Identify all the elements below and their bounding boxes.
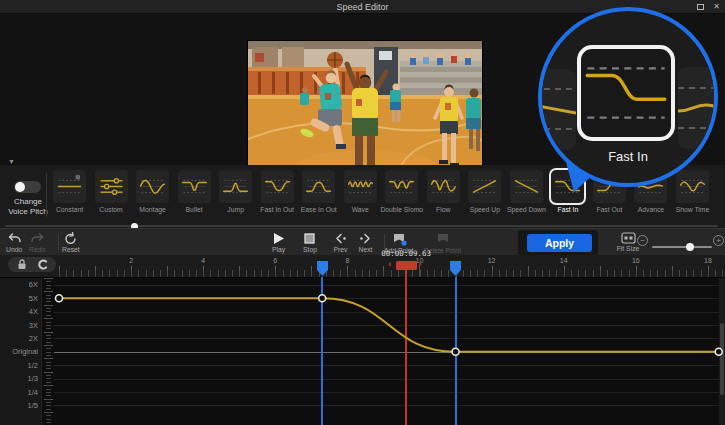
zoom-out-icon[interactable]: −: [637, 235, 648, 246]
preset-fast-in-out[interactable]: Fast In Out: [258, 170, 297, 213]
wave-curve-icon: [344, 170, 377, 203]
preset-label: Jump: [227, 206, 244, 213]
preset-label: Fast Out: [596, 206, 622, 213]
curve-point[interactable]: [56, 295, 63, 302]
presets-scrollbar[interactable]: [5, 225, 718, 227]
speed-label: 1/3: [0, 374, 38, 383]
preset-label: Fast In: [557, 206, 578, 213]
preset-label: Flow: [436, 206, 450, 213]
ruler-number: 14: [556, 257, 572, 264]
speed-label: 1/4: [0, 388, 38, 397]
preset-speed-down[interactable]: Speed Down: [507, 170, 546, 213]
stop-button[interactable]: Stop: [303, 232, 317, 253]
timeline-tools: [8, 257, 56, 272]
undo-icon: [7, 232, 22, 245]
preset-label: Custom: [99, 206, 122, 213]
ruler-number: 16: [628, 257, 644, 264]
collapse-arrow-icon[interactable]: ▼: [8, 158, 15, 165]
apply-button[interactable]: Apply: [527, 234, 592, 252]
preset-jump[interactable]: Jump: [216, 170, 255, 213]
preset-montage[interactable]: Montage: [133, 170, 172, 213]
speed-label: 4X: [0, 307, 38, 316]
speed-label: 6X: [0, 280, 38, 289]
zoom-slider-track[interactable]: [652, 246, 712, 248]
curve-point[interactable]: [715, 348, 722, 355]
ruler-number: 4: [195, 257, 211, 264]
curve-point[interactable]: [319, 295, 326, 302]
lock-icon[interactable]: [16, 259, 28, 270]
preset-bullet[interactable]: Bullet: [175, 170, 214, 213]
voice-pitch-label: Change Voice Pitch: [0, 197, 56, 217]
gridline: [54, 338, 719, 339]
undo-button[interactable]: Undo: [6, 232, 22, 253]
preset-flow[interactable]: Flow: [424, 170, 463, 213]
keyframe-marker[interactable]: [317, 261, 328, 281]
gridline: [54, 379, 719, 380]
preset-show-time[interactable]: Show Time: [673, 170, 712, 213]
close-icon[interactable]: ✕: [713, 3, 720, 11]
ruler-number: 2: [123, 257, 139, 264]
redo-icon: [30, 232, 45, 245]
divider: [46, 173, 47, 217]
play-button[interactable]: Play: [272, 232, 285, 253]
speed-up-curve-icon: [468, 170, 501, 203]
speed-label: 1/2: [0, 361, 38, 370]
preset-label: Speed Down: [507, 206, 546, 213]
speed-down-curve-icon: [510, 170, 543, 203]
window-title: Speed Editor: [336, 2, 388, 12]
keyframe-marker[interactable]: [450, 261, 461, 281]
curve-point[interactable]: [452, 348, 459, 355]
speed-graph[interactable]: 6X5X4X3X2XOriginal1/21/31/41/5: [0, 278, 725, 425]
gridline: [54, 365, 719, 366]
preset-label: Speed Up: [470, 206, 500, 213]
preset-constant[interactable]: Constant: [50, 170, 89, 213]
prev-icon: [333, 232, 348, 245]
ease-in-out-curve-icon: [302, 170, 335, 203]
fit-size-icon: [621, 232, 636, 244]
toggle-knob: [15, 182, 25, 192]
reset-icon: [63, 232, 78, 245]
preset-label: Montage: [139, 206, 165, 213]
fast-in-out-curve-icon: [261, 170, 294, 203]
prev-button[interactable]: Prev: [333, 232, 348, 253]
preset-double-slomo[interactable]: Double Slomo: [382, 170, 421, 213]
preset-label: Constant: [56, 206, 83, 213]
timeline-ruler[interactable]: 24681012141618: [0, 255, 725, 278]
ruler-number: 18: [700, 257, 716, 264]
playhead-left-arrow-icon[interactable]: ‹: [388, 259, 391, 270]
preset-label: Advance: [638, 206, 664, 213]
gridline: [54, 352, 719, 353]
basketball-scene: [248, 41, 482, 172]
stop-icon: [303, 232, 316, 245]
show-time-curve-icon: [676, 170, 709, 203]
constant-curve-icon: [53, 170, 86, 203]
preset-speed-up[interactable]: Speed Up: [465, 170, 504, 213]
graph-scrollbar-thumb[interactable]: [720, 323, 724, 395]
preset-ease-in-out[interactable]: Ease In Out: [299, 170, 338, 213]
preset-label: Wave: [352, 206, 369, 213]
speed-label: 3X: [0, 321, 38, 330]
speed-editor-window: Speed Editor ✕: [0, 0, 725, 425]
flow-curve-icon: [427, 170, 460, 203]
playhead-right-arrow-icon[interactable]: ›: [418, 259, 421, 270]
voice-pitch-toggle[interactable]: [14, 181, 41, 193]
preset-wave[interactable]: Wave: [341, 170, 380, 213]
divider: [58, 234, 59, 251]
custom-curve-icon: [95, 170, 128, 203]
maximize-icon[interactable]: [697, 4, 704, 10]
ruler-number: 12: [484, 257, 500, 264]
gridline: [54, 325, 719, 326]
playhead-line[interactable]: [405, 270, 407, 425]
zoom-in-icon[interactable]: +: [713, 235, 724, 246]
magnet-icon[interactable]: [36, 259, 48, 270]
preset-label: Bullet: [186, 206, 203, 213]
gridline: [54, 285, 719, 286]
delete-point-icon: [434, 232, 452, 246]
redo-button[interactable]: Redo: [29, 232, 45, 253]
playhead-handle[interactable]: [396, 261, 417, 270]
jump-curve-icon: [219, 170, 252, 203]
preset-custom[interactable]: Custom: [92, 170, 131, 213]
zoom-slider-knob[interactable]: [686, 243, 694, 251]
reset-button[interactable]: Reset: [62, 232, 80, 253]
ruler-number: 8: [339, 257, 355, 264]
